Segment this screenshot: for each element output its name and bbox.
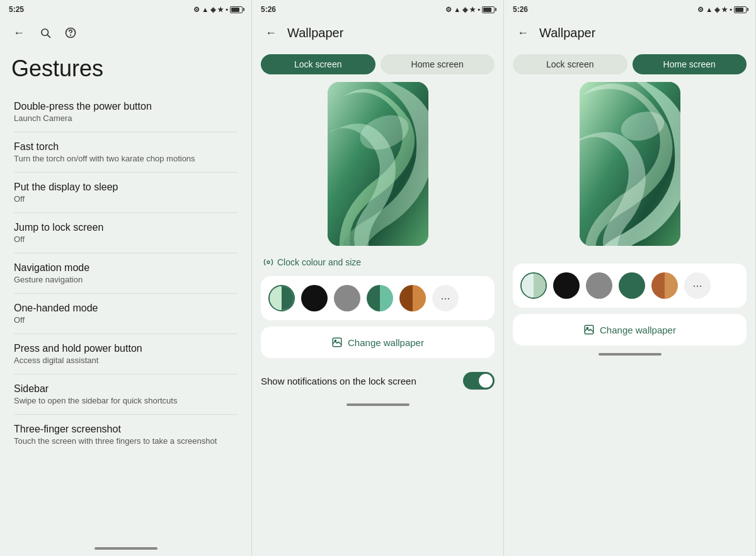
svg-point-8 bbox=[335, 340, 336, 341]
item-title: Sidebar bbox=[14, 383, 238, 395]
notification-label: Show notifications on the lock screen bbox=[261, 376, 463, 386]
clock-option-label: Clock colour and size bbox=[277, 257, 361, 267]
swatch-3-5[interactable] bbox=[651, 272, 678, 299]
back-button-3[interactable]: ← bbox=[513, 23, 533, 43]
page-title-2: Wallpaper bbox=[287, 26, 495, 40]
list-item[interactable]: One-handed mode Off bbox=[3, 294, 249, 333]
swatch-2[interactable] bbox=[301, 285, 328, 311]
change-wallpaper-button-3[interactable]: Change wallpaper bbox=[513, 314, 747, 345]
list-item[interactable]: Double-press the power button Launch Cam… bbox=[3, 92, 249, 132]
tab-home-screen-2[interactable]: Home screen bbox=[381, 54, 495, 74]
swatch-3-1[interactable] bbox=[520, 272, 547, 299]
more-dots-2: ··· bbox=[440, 292, 450, 305]
dot-icon-3: • bbox=[730, 6, 732, 13]
more-swatches-button-3[interactable]: ··· bbox=[684, 272, 711, 299]
bottom-bar-3 bbox=[504, 349, 755, 359]
list-item[interactable]: Press and hold power button Access digit… bbox=[3, 334, 249, 374]
top-nav-2: ← Wallpaper bbox=[252, 18, 503, 49]
svg-line-1 bbox=[47, 35, 50, 37]
nav-icons-1 bbox=[35, 23, 81, 43]
nav-pill-2 bbox=[346, 403, 410, 406]
tab-bar-2: Lock screen Home screen bbox=[252, 49, 503, 82]
gear-icon-3: ⚙ bbox=[697, 6, 704, 14]
item-title: Press and hold power button bbox=[14, 343, 238, 354]
battery-icon-3 bbox=[734, 6, 747, 13]
wallpaper-preview-container-3 bbox=[504, 82, 755, 251]
lock-icon-2: ★ bbox=[469, 6, 476, 14]
list-item[interactable]: Three-finger screenshot Touch the screen… bbox=[3, 415, 249, 455]
status-icons-2: ⚙ ▲ ◈ ★ • bbox=[445, 6, 495, 14]
top-nav-1: ← bbox=[0, 18, 251, 49]
svg-point-12 bbox=[587, 327, 588, 328]
back-button-2[interactable]: ← bbox=[261, 23, 281, 43]
nav-pill-1 bbox=[94, 547, 158, 550]
back-arrow-icon-3: ← bbox=[517, 26, 529, 40]
shield-icon: ◈ bbox=[210, 6, 215, 14]
item-subtitle: Turn the torch on/off with two karate ch… bbox=[14, 154, 238, 163]
color-swatches-3: ··· bbox=[513, 264, 747, 308]
change-wallpaper-label-2: Change wallpaper bbox=[348, 337, 424, 348]
page-title-3: Wallpaper bbox=[539, 26, 747, 40]
battery-icon-2 bbox=[482, 6, 495, 13]
svg-point-6 bbox=[267, 261, 270, 264]
dot-icon-2: • bbox=[478, 6, 480, 13]
battery-icon-1 bbox=[230, 6, 243, 13]
spacer-3 bbox=[504, 251, 755, 261]
item-title: Fast torch bbox=[14, 141, 238, 153]
wallpaper-lockscreen-panel: 5:26 ⚙ ▲ ◈ ★ • ← Wallpaper Lock screen H… bbox=[252, 0, 504, 556]
status-icons-1: ⚙ ▲ ◈ ★ • bbox=[193, 6, 243, 14]
shield-icon-3: ◈ bbox=[714, 6, 719, 14]
notification-row: Show notifications on the lock screen bbox=[252, 362, 503, 400]
wallpaper-homescreen-panel: 5:26 ⚙ ▲ ◈ ★ • ← Wallpaper Lock screen H… bbox=[504, 0, 756, 556]
list-item[interactable]: Fast torch Turn the torch on/off with tw… bbox=[3, 132, 249, 172]
warning-icon: ▲ bbox=[202, 6, 209, 13]
item-title: One-handed mode bbox=[14, 303, 238, 314]
wallpaper-preview-2[interactable] bbox=[328, 82, 428, 246]
wallpaper-preview-container-2 bbox=[252, 82, 503, 251]
item-subtitle: Off bbox=[14, 194, 238, 204]
swatch-3[interactable] bbox=[334, 285, 360, 311]
search-button[interactable] bbox=[35, 23, 55, 43]
settings-list: Double-press the power button Launch Cam… bbox=[0, 92, 251, 543]
swatch-5[interactable] bbox=[399, 285, 426, 311]
more-swatches-button-2[interactable]: ··· bbox=[432, 285, 459, 311]
list-item[interactable]: Navigation mode Gesture navigation bbox=[3, 253, 249, 293]
time-2: 5:26 bbox=[261, 5, 276, 14]
notification-toggle[interactable] bbox=[463, 372, 495, 390]
item-title: Double-press the power button bbox=[14, 101, 238, 112]
item-subtitle: Gesture navigation bbox=[14, 275, 238, 284]
change-wallpaper-button-2[interactable]: Change wallpaper bbox=[261, 327, 495, 358]
list-item[interactable]: Jump to lock screen Off bbox=[3, 213, 249, 253]
item-subtitle: Off bbox=[14, 315, 238, 325]
wallpaper-preview-3[interactable] bbox=[580, 82, 680, 246]
warning-icon-2: ▲ bbox=[454, 6, 461, 13]
top-nav-3: ← Wallpaper bbox=[504, 18, 755, 49]
help-button[interactable] bbox=[60, 23, 81, 43]
swatch-3-3[interactable] bbox=[586, 272, 612, 299]
warning-icon-3: ▲ bbox=[706, 6, 713, 13]
gear-icon: ⚙ bbox=[193, 6, 200, 14]
back-button-1[interactable]: ← bbox=[9, 23, 29, 43]
tab-bar-3: Lock screen Home screen bbox=[504, 49, 755, 82]
back-arrow-icon-2: ← bbox=[265, 26, 277, 40]
clock-colour-size-button[interactable]: Clock colour and size bbox=[252, 251, 503, 274]
tab-home-screen-3[interactable]: Home screen bbox=[633, 54, 747, 74]
tab-lock-screen-3[interactable]: Lock screen bbox=[513, 54, 627, 74]
status-bar-1: 5:25 ⚙ ▲ ◈ ★ • bbox=[0, 0, 251, 18]
bottom-bar-1 bbox=[0, 543, 251, 553]
svg-point-3 bbox=[71, 35, 71, 35]
nav-pill-3 bbox=[598, 353, 662, 356]
item-title: Navigation mode bbox=[14, 262, 238, 274]
item-subtitle: Launch Camera bbox=[14, 113, 238, 123]
tab-lock-screen-2[interactable]: Lock screen bbox=[261, 54, 375, 74]
list-item[interactable]: Put the display to sleep Off bbox=[3, 173, 249, 212]
time-1: 5:25 bbox=[9, 5, 24, 14]
status-bar-3: 5:26 ⚙ ▲ ◈ ★ • bbox=[504, 0, 755, 18]
swatch-3-2[interactable] bbox=[553, 272, 580, 299]
shield-icon-2: ◈ bbox=[462, 6, 467, 14]
swatch-3-4[interactable] bbox=[619, 272, 645, 299]
item-title: Put the display to sleep bbox=[14, 182, 238, 193]
swatch-4[interactable] bbox=[367, 285, 393, 311]
list-item[interactable]: Sidebar Swipe to open the sidebar for qu… bbox=[3, 374, 249, 414]
swatch-1[interactable] bbox=[268, 285, 295, 311]
